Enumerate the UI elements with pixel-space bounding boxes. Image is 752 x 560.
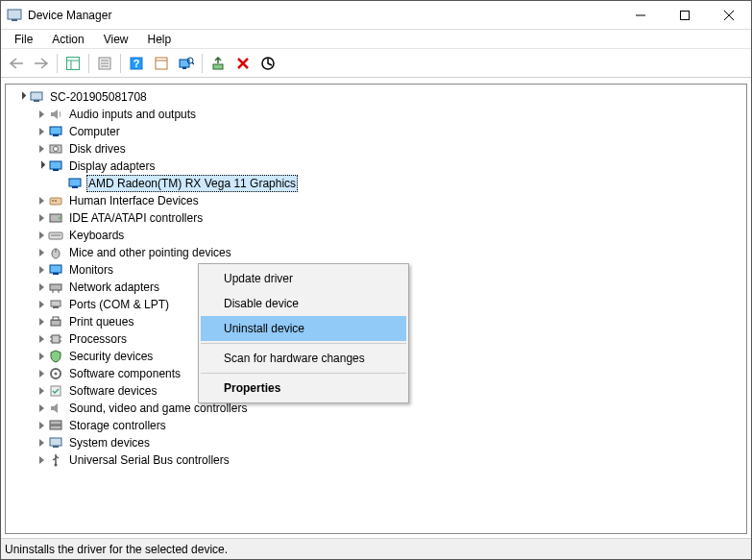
svg-rect-62: [50, 426, 61, 429]
toolbar-separator: [57, 54, 58, 73]
category-label: Universal Serial Bus controllers: [67, 451, 231, 469]
expand-arrow-icon[interactable]: [35, 246, 48, 259]
usb-icon: [48, 452, 63, 468]
expand-arrow-icon[interactable]: [15, 90, 29, 104]
svg-point-39: [59, 217, 61, 219]
category-hid[interactable]: Human Interface Devices: [12, 192, 746, 209]
app-icon: [7, 8, 22, 23]
category-label: Storage controllers: [67, 417, 168, 434]
back-button[interactable]: [5, 52, 28, 75]
menu-action[interactable]: Action: [44, 31, 91, 48]
category-computer[interactable]: Computer: [12, 123, 746, 140]
svg-rect-53: [52, 335, 60, 343]
menu-separator: [201, 373, 406, 374]
title-bar: Device Manager: [1, 1, 751, 30]
expand-arrow-icon[interactable]: [35, 142, 48, 156]
category-usb[interactable]: Universal Serial Bus controllers: [12, 451, 746, 469]
category-keyboards[interactable]: Keyboards: [12, 227, 746, 244]
expand-arrow-icon[interactable]: [35, 211, 48, 225]
svg-rect-51: [51, 320, 61, 326]
minimize-button[interactable]: [619, 1, 663, 29]
ctx-disable-device[interactable]: Disable device: [201, 291, 406, 316]
update-driver-button[interactable]: [206, 52, 230, 75]
network-icon: [48, 280, 63, 295]
ctx-uninstall-device[interactable]: Uninstall device: [201, 316, 406, 341]
menu-help[interactable]: Help: [140, 31, 180, 48]
expand-arrow-icon[interactable]: [35, 315, 48, 329]
svg-point-30: [54, 147, 59, 152]
expand-arrow-icon[interactable]: [35, 350, 48, 363]
action-toolbar-button[interactable]: [150, 52, 173, 75]
menu-file[interactable]: File: [7, 31, 40, 48]
expand-arrow-icon[interactable]: [35, 367, 48, 380]
hid-icon: [48, 193, 63, 208]
toolbar-separator: [120, 54, 121, 73]
sound-icon: [48, 401, 63, 416]
expand-arrow-icon[interactable]: [35, 402, 48, 415]
svg-rect-45: [53, 273, 59, 275]
expand-arrow-icon[interactable]: [35, 263, 48, 277]
svg-rect-46: [50, 284, 61, 290]
tree-root[interactable]: SC-201905081708: [12, 88, 746, 106]
expand-arrow-icon[interactable]: [35, 298, 48, 311]
ctx-scan-hardware[interactable]: Scan for hardware changes: [201, 346, 406, 371]
show-hide-pane-button[interactable]: [61, 52, 85, 75]
category-label: Security devices: [67, 348, 155, 365]
svg-rect-64: [53, 446, 59, 448]
category-system[interactable]: System devices: [12, 434, 746, 451]
properties-button[interactable]: [93, 52, 116, 75]
svg-rect-28: [53, 134, 59, 136]
category-ide[interactable]: IDE ATA/ATAPI controllers: [12, 209, 746, 227]
expand-arrow-icon[interactable]: [35, 436, 48, 450]
menu-separator: [201, 343, 406, 344]
category-label: System devices: [67, 434, 152, 451]
expand-arrow-icon[interactable]: [35, 419, 48, 432]
close-button[interactable]: [707, 1, 751, 29]
category-storage[interactable]: Storage controllers: [12, 417, 746, 434]
svg-rect-31: [50, 161, 61, 169]
menu-view[interactable]: View: [96, 31, 136, 48]
expand-arrow-icon[interactable]: [35, 159, 48, 173]
svg-rect-33: [69, 179, 81, 186]
maximize-button[interactable]: [663, 1, 707, 29]
ctx-item-label: Update driver: [224, 272, 293, 285]
uninstall-button[interactable]: [231, 52, 255, 75]
expand-arrow-icon[interactable]: [35, 332, 48, 346]
speaker-icon: [48, 107, 63, 122]
expand-arrow-icon[interactable]: [35, 229, 48, 242]
svg-rect-36: [52, 200, 54, 202]
category-label: Computer: [67, 123, 122, 140]
category-audio[interactable]: Audio inputs and outputs: [12, 106, 746, 123]
expand-arrow-icon[interactable]: [35, 125, 48, 138]
svg-rect-0: [8, 10, 21, 19]
svg-rect-21: [213, 64, 223, 69]
category-disk[interactable]: Disk drives: [12, 140, 746, 158]
scan-hardware-button[interactable]: [175, 52, 198, 75]
category-display[interactable]: Display adapters: [12, 158, 746, 175]
svg-rect-26: [34, 100, 39, 102]
expand-arrow-icon[interactable]: [35, 108, 48, 121]
expand-arrow-icon[interactable]: [35, 194, 48, 207]
expand-arrow-icon[interactable]: [35, 280, 48, 294]
svg-rect-32: [53, 169, 59, 171]
storage-icon: [48, 418, 63, 433]
ctx-update-driver[interactable]: Update driver: [201, 266, 406, 291]
ctx-properties[interactable]: Properties: [201, 376, 406, 401]
svg-rect-25: [31, 92, 42, 100]
expand-arrow-icon[interactable]: [35, 453, 48, 467]
device-selected[interactable]: AMD Radeon(TM) RX Vega 11 Graphics: [12, 175, 746, 192]
forward-button[interactable]: [30, 52, 53, 75]
disable-button[interactable]: [256, 52, 279, 75]
help-button[interactable]: ?: [125, 52, 148, 75]
port-icon: [48, 297, 63, 312]
expand-arrow-icon[interactable]: [35, 384, 48, 398]
printer-icon: [48, 314, 63, 329]
category-label: IDE ATA/ATAPI controllers: [67, 209, 205, 227]
cpu-icon: [48, 331, 63, 347]
status-bar: Uninstalls the driver for the selected d…: [1, 538, 751, 559]
svg-text:?: ?: [133, 58, 140, 69]
category-label: Ports (COM & LPT): [67, 296, 171, 313]
software-icon: [48, 366, 63, 381]
category-mice[interactable]: Mice and other pointing devices: [12, 244, 746, 261]
category-label: Print queues: [67, 313, 135, 330]
